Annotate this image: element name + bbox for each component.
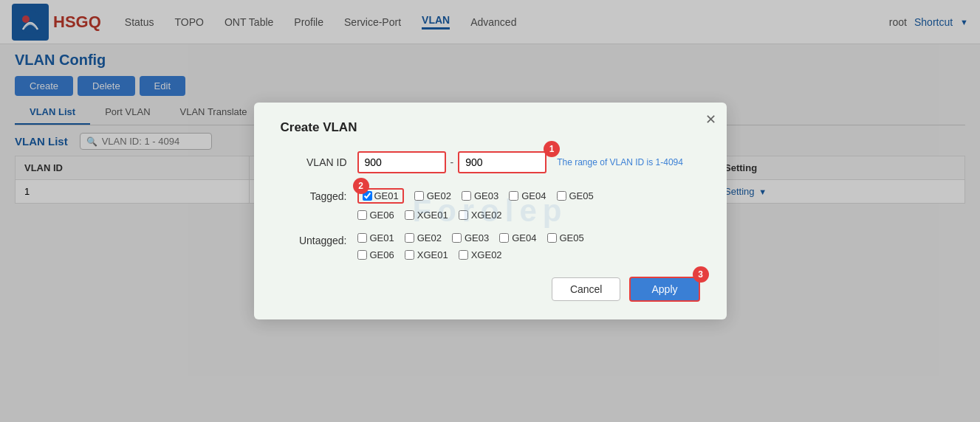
untagged-ge04-checkbox[interactable]: [499, 233, 509, 243]
vlan-id-label: VLAN ID: [281, 156, 347, 168]
modal: Forolep ✕ Create VLAN VLAN ID 1 - The ra…: [254, 103, 727, 319]
modal-close-button[interactable]: ✕: [705, 111, 716, 128]
untagged-xge01-checkbox[interactable]: [405, 250, 414, 260]
annotation-badge-1: 1: [544, 141, 560, 157]
untagged-xge01-item: XGE01: [405, 249, 448, 260]
annotation-badge-3: 3: [693, 266, 709, 283]
tagged-ge01-label: GE01: [374, 190, 399, 201]
modal-title: Create VLAN: [281, 120, 700, 135]
tagged-ge03-checkbox[interactable]: [462, 191, 471, 201]
annotation-badge-2: 2: [353, 178, 369, 194]
tagged-xge01-checkbox[interactable]: [405, 210, 414, 220]
tagged-xge02-item: XGE02: [459, 210, 502, 221]
untagged-ge02-item: GE02: [405, 232, 442, 243]
modal-footer: Cancel 3 Apply: [281, 277, 700, 302]
vlan-id-hint: The range of VLAN ID is 1-4094: [557, 157, 683, 167]
tagged-ge06-item: GE06: [357, 210, 394, 221]
untagged-label: Untagged:: [281, 232, 347, 246]
tagged-ge02-checkbox[interactable]: [414, 191, 424, 201]
tagged-ge05-item: GE05: [557, 190, 594, 201]
vlan-id-row: VLAN ID 1 - The range of VLAN ID is 1-40…: [281, 151, 700, 173]
cancel-button[interactable]: Cancel: [552, 277, 621, 301]
vlan-id-inputs: 1 -: [357, 151, 547, 173]
untagged-ports: GE01 GE02 GE03 GE04: [357, 232, 584, 260]
untagged-ge04-item: GE04: [499, 232, 536, 243]
vlan-id-from[interactable]: [357, 151, 446, 173]
modal-overlay: Forolep ✕ Create VLAN VLAN ID 1 - The ra…: [0, 0, 980, 422]
tagged-row: Tagged: 2 GE01 GE02 GE: [281, 188, 700, 221]
untagged-xge02-item: XGE02: [459, 249, 502, 260]
untagged-ge01-item: GE01: [357, 232, 394, 243]
vlan-id-dash: -: [450, 156, 454, 168]
tagged-xge01-item: XGE01: [405, 210, 448, 221]
tagged-ge04-checkbox[interactable]: [509, 191, 518, 201]
tagged-ge04-item: GE04: [509, 190, 546, 201]
untagged-ge06-checkbox[interactable]: [357, 250, 367, 260]
tagged-ports: 2 GE01 GE02 GE03: [357, 188, 594, 221]
untagged-xge02-checkbox[interactable]: [459, 250, 468, 260]
untagged-row: Untagged: GE01 GE02 GE03: [281, 232, 700, 260]
untagged-ge01-checkbox[interactable]: [357, 233, 367, 243]
untagged-ge02-checkbox[interactable]: [405, 233, 414, 243]
tagged-ge05-checkbox[interactable]: [557, 191, 566, 201]
vlan-id-to[interactable]: [458, 151, 546, 173]
tagged-ge02-item: GE02: [414, 190, 451, 201]
untagged-ge05-checkbox[interactable]: [547, 233, 557, 243]
tagged-ge06-checkbox[interactable]: [357, 210, 367, 220]
untagged-ge06-item: GE06: [357, 249, 394, 260]
untagged-ge03-item: GE03: [452, 232, 489, 243]
tagged-label: Tagged:: [281, 188, 347, 202]
untagged-ge03-checkbox[interactable]: [452, 233, 462, 243]
apply-button[interactable]: Apply: [629, 277, 699, 302]
tagged-xge02-checkbox[interactable]: [459, 210, 468, 220]
tagged-ge03-item: GE03: [462, 190, 498, 201]
untagged-ge05-item: GE05: [547, 232, 584, 243]
